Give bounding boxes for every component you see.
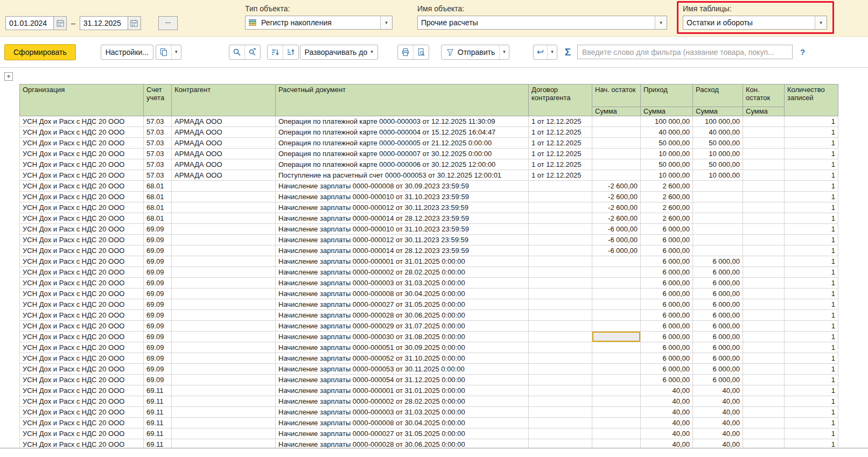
cell-begin-balance[interactable]: [592, 407, 641, 418]
cell-income[interactable]: 40 000,00: [641, 127, 693, 138]
cell-end-balance[interactable]: [743, 428, 785, 439]
cell-records[interactable]: 1: [785, 202, 838, 213]
cell-end-balance[interactable]: [743, 299, 785, 310]
cell-org[interactable]: УСН Дох и Расх с НДС 20 ООО: [20, 321, 144, 332]
cell-counterparty[interactable]: АРМАДА ООО: [172, 159, 276, 170]
cell-contract[interactable]: [529, 310, 592, 321]
cell-counterparty[interactable]: [172, 375, 276, 385]
cell-end-balance[interactable]: [743, 385, 785, 396]
cell-contract[interactable]: [529, 407, 592, 418]
cell-document[interactable]: Начисление зарплаты 0000-000012 от 30.11…: [276, 235, 529, 245]
settings-button[interactable]: Настройки...: [101, 45, 153, 59]
cell-contract[interactable]: [529, 299, 592, 310]
cell-begin-balance[interactable]: [592, 278, 641, 289]
cell-expense[interactable]: 6 000,00: [693, 267, 743, 278]
cell-records[interactable]: 1: [785, 375, 838, 385]
cell-document[interactable]: Начисление зарплаты 0000-000053 от 30.11…: [276, 364, 529, 375]
cell-org[interactable]: УСН Дох и Расх с НДС 20 ООО: [20, 428, 144, 439]
cell-document[interactable]: Начисление зарплаты 0000-000002 от 28.02…: [276, 396, 529, 407]
object-type-dropdown-button[interactable]: ▾: [380, 16, 392, 29]
cell-counterparty[interactable]: АРМАДА ООО: [172, 149, 276, 159]
cell-expense[interactable]: [693, 192, 743, 202]
cell-document[interactable]: Начисление зарплаты 0000-000052 от 31.10…: [276, 353, 529, 364]
cell-counterparty[interactable]: [172, 439, 276, 449]
cell-end-balance[interactable]: [743, 224, 785, 235]
cell-org[interactable]: УСН Дох и Расх с НДС 20 ООО: [20, 299, 144, 310]
send-button[interactable]: Отправить: [442, 45, 499, 59]
cell-contract[interactable]: [529, 213, 592, 224]
cell-document[interactable]: Начисление зарплаты 0000-000028 от 30.06…: [276, 439, 529, 449]
cell-expense[interactable]: [693, 245, 743, 256]
col-header-account[interactable]: Счет учета: [144, 85, 172, 116]
cell-expense[interactable]: [693, 235, 743, 245]
cell-income[interactable]: 6 000,00: [641, 299, 693, 310]
period-ellipsis-button[interactable]: ...: [158, 16, 178, 30]
cell-account[interactable]: 69.09: [144, 353, 172, 364]
cell-org[interactable]: УСН Дох и Расх с НДС 20 ООО: [20, 385, 144, 396]
cell-org[interactable]: УСН Дох и Расх с НДС 20 ООО: [20, 375, 144, 385]
cell-income[interactable]: 6 000,00: [641, 224, 693, 235]
cell-contract[interactable]: [529, 342, 592, 353]
cell-counterparty[interactable]: [172, 342, 276, 353]
cell-end-balance[interactable]: [743, 235, 785, 245]
cell-document[interactable]: Операция по платежной карте 0000-000005 …: [276, 138, 529, 149]
cell-expense[interactable]: [693, 224, 743, 235]
cell-org[interactable]: УСН Дох и Расх с НДС 20 ООО: [20, 245, 144, 256]
cell-expense[interactable]: 6 000,00: [693, 332, 743, 342]
cell-expense[interactable]: 6 000,00: [693, 364, 743, 375]
cell-begin-balance[interactable]: [592, 439, 641, 449]
cell-counterparty[interactable]: [172, 256, 276, 267]
cell-org[interactable]: УСН Дох и Расх с НДС 20 ООО: [20, 202, 144, 213]
cell-income[interactable]: 6 000,00: [641, 310, 693, 321]
cell-document[interactable]: Начисление зарплаты 0000-000028 от 30.06…: [276, 310, 529, 321]
cell-counterparty[interactable]: [172, 385, 276, 396]
cell-income[interactable]: 40,00: [641, 407, 693, 418]
cell-account[interactable]: 57.03: [144, 149, 172, 159]
cell-contract[interactable]: [529, 289, 592, 299]
cell-records[interactable]: 1: [785, 299, 838, 310]
cell-income[interactable]: 50 000,00: [641, 159, 693, 170]
cell-end-balance[interactable]: [743, 127, 785, 138]
cell-income[interactable]: 40,00: [641, 396, 693, 407]
cell-begin-balance[interactable]: [592, 127, 641, 138]
cell-contract[interactable]: [529, 385, 592, 396]
cell-counterparty[interactable]: [172, 235, 276, 245]
cell-account[interactable]: 69.09: [144, 321, 172, 332]
cell-org[interactable]: УСН Дох и Расх с НДС 20 ООО: [20, 267, 144, 278]
cell-counterparty[interactable]: [172, 418, 276, 428]
cell-org[interactable]: УСН Дох и Расх с НДС 20 ООО: [20, 332, 144, 342]
cell-begin-balance[interactable]: -2 600,00: [592, 213, 641, 224]
cell-contract[interactable]: [529, 428, 592, 439]
cell-end-balance[interactable]: [743, 418, 785, 428]
cell-counterparty[interactable]: [172, 310, 276, 321]
cell-account[interactable]: 69.11: [144, 407, 172, 418]
cell-counterparty[interactable]: [172, 299, 276, 310]
cell-records[interactable]: 1: [785, 396, 838, 407]
cell-document[interactable]: Операция по платежной карте 0000-000007 …: [276, 149, 529, 159]
cell-account[interactable]: 57.03: [144, 159, 172, 170]
help-button[interactable]: ?: [800, 47, 805, 57]
cell-expense[interactable]: 6 000,00: [693, 289, 743, 299]
cell-end-balance[interactable]: [743, 159, 785, 170]
cell-income[interactable]: 40,00: [641, 418, 693, 428]
cell-expense[interactable]: 40,00: [693, 396, 743, 407]
cell-org[interactable]: УСН Дох и Расх с НДС 20 ООО: [20, 138, 144, 149]
cell-income[interactable]: 6 000,00: [641, 375, 693, 385]
cell-account[interactable]: 69.09: [144, 267, 172, 278]
subheader-begin-sum[interactable]: Сумма: [592, 107, 641, 116]
cell-account[interactable]: 69.09: [144, 364, 172, 375]
cell-document[interactable]: Поступление на расчетный счет 0000-00005…: [276, 170, 529, 181]
cell-end-balance[interactable]: [743, 439, 785, 449]
cell-contract[interactable]: 1 от 12.12.2025: [529, 159, 592, 170]
cell-begin-balance[interactable]: [592, 321, 641, 332]
cell-records[interactable]: 1: [785, 364, 838, 375]
date-from-input[interactable]: [6, 17, 53, 30]
cell-expense[interactable]: 6 000,00: [693, 299, 743, 310]
cell-records[interactable]: 1: [785, 439, 838, 449]
cell-end-balance[interactable]: [743, 245, 785, 256]
cell-end-balance[interactable]: [743, 396, 785, 407]
cell-account[interactable]: 69.09: [144, 224, 172, 235]
cell-document[interactable]: Начисление зарплаты 0000-000012 от 30.11…: [276, 202, 529, 213]
cell-income[interactable]: 10 000,00: [641, 170, 693, 181]
cell-income[interactable]: 40,00: [641, 439, 693, 449]
